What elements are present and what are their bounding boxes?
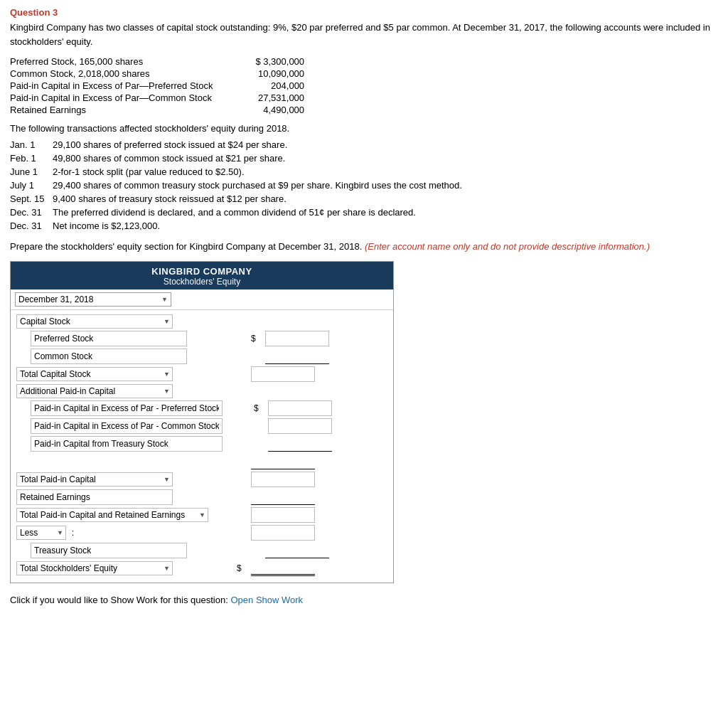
show-work-section: Click if you would like to Show Work for… [10, 595, 718, 605]
transactions-header: The following transactions affected stoc… [10, 123, 718, 134]
account-amount: 4,490,000 [255, 104, 310, 116]
less-amount[interactable] [251, 525, 315, 541]
transaction-date: Jan. 1 [10, 138, 53, 152]
transaction-desc: Net income is $2,123,000. [53, 219, 466, 233]
paid-pref-amount[interactable] [268, 400, 332, 416]
preferred-stock-row: $ [31, 331, 387, 346]
paid-pref-row: $ [31, 400, 387, 416]
less-row[interactable]: Less : [16, 525, 387, 541]
company-name: KINGBIRD COMPANY [14, 266, 390, 277]
total-paid-retained-row[interactable]: Total Paid-in Capital and Retained Earni… [16, 507, 387, 523]
date-select[interactable]: December 31, 2018 [15, 292, 171, 307]
account-amount: 204,000 [255, 80, 310, 92]
common-stock-row [31, 349, 387, 364]
retained-earnings-amount[interactable] [251, 489, 315, 505]
account-name: Paid-in Capital in Excess of Par—Common … [10, 92, 255, 104]
transaction-desc: The preferred dividend is declared, and … [53, 206, 466, 219]
total-equity-row[interactable]: Total Stockholders' Equity $ [16, 560, 387, 576]
accounts-table: Preferred Stock, 165,000 shares$ 3,300,0… [10, 55, 310, 116]
total-capital-stock-amount[interactable] [251, 366, 315, 382]
subtotal-row [16, 454, 387, 469]
total-capital-stock-row[interactable]: Total Capital Stock [16, 366, 387, 382]
additional-paid-in-row[interactable]: Additional Paid-in Capital [16, 384, 387, 398]
treasury-stock-row [31, 543, 387, 558]
less-select[interactable]: Less [16, 526, 66, 540]
account-name: Paid-in Capital in Excess of Par—Preferr… [10, 80, 255, 92]
additional-paid-in-select[interactable]: Additional Paid-in Capital [16, 384, 173, 398]
open-show-work-link[interactable]: Open Show Work [230, 595, 303, 605]
transaction-desc: 49,800 shares of common stock issued at … [53, 152, 466, 165]
transaction-date: July 1 [10, 179, 53, 192]
company-header: KINGBIRD COMPANY Stockholders' Equity [11, 262, 393, 289]
equity-body: Capital Stock $ [11, 310, 393, 583]
common-stock-input[interactable] [31, 349, 187, 364]
paid-common-row [31, 418, 387, 434]
total-paid-retained-select[interactable]: Total Paid-in Capital and Retained Earni… [16, 508, 208, 522]
instruction-text: Prepare the stockholders' equity section… [10, 240, 718, 254]
paid-treasury-input[interactable] [31, 436, 223, 452]
transaction-date: Feb. 1 [10, 152, 53, 165]
account-name: Common Stock, 2,018,000 shares [10, 68, 255, 80]
paid-common-amount[interactable] [268, 418, 332, 434]
date-row[interactable]: December 31, 2018 [11, 289, 393, 310]
transaction-desc: 9,400 shares of treasury stock reissued … [53, 192, 466, 206]
account-amount: 10,090,000 [255, 68, 310, 80]
common-stock-amount[interactable] [265, 349, 329, 364]
transaction-desc: 29,400 shares of common treasury stock p… [53, 179, 466, 192]
capital-stock-row[interactable]: Capital Stock [16, 314, 387, 329]
treasury-stock-amount[interactable] [265, 543, 329, 558]
transaction-desc: 2-for-1 stock split (par value reduced t… [53, 165, 466, 179]
total-paid-in-select[interactable]: Total Paid-in Capital [16, 472, 173, 487]
account-amount: 27,531,000 [255, 92, 310, 104]
transaction-desc: 29,100 shares of preferred stock issued … [53, 138, 466, 152]
paid-treasury-row [31, 436, 387, 452]
treasury-stock-input[interactable] [31, 543, 187, 558]
paid-pref-input[interactable] [31, 400, 223, 416]
total-paid-in-row[interactable]: Total Paid-in Capital [16, 472, 387, 487]
retained-earnings-row [16, 489, 387, 505]
account-name: Retained Earnings [10, 104, 255, 116]
paid-treasury-amount[interactable] [268, 436, 332, 452]
capital-stock-select[interactable]: Capital Stock [16, 314, 173, 329]
transaction-date: Dec. 31 [10, 206, 53, 219]
subtotal-amount[interactable] [251, 454, 315, 469]
total-capital-stock-select[interactable]: Total Capital Stock [16, 367, 173, 381]
total-equity-select[interactable]: Total Stockholders' Equity [16, 561, 173, 575]
total-equity-amount[interactable] [251, 560, 315, 576]
intro-text: Kingbird Company has two classes of capi… [10, 21, 718, 48]
total-paid-retained-amount[interactable] [251, 507, 315, 523]
transactions-table: Jan. 129,100 shares of preferred stock i… [10, 138, 466, 233]
retained-earnings-input[interactable] [16, 489, 173, 505]
paid-common-input[interactable] [31, 418, 223, 434]
account-amount: $ 3,300,000 [255, 55, 310, 68]
preferred-stock-input[interactable] [31, 331, 187, 346]
transaction-date: June 1 [10, 165, 53, 179]
preferred-stock-amount[interactable] [265, 331, 329, 346]
section-title: Stockholders' Equity [14, 277, 390, 287]
question-label: Question 3 [10, 7, 718, 18]
transaction-date: Sept. 15 [10, 192, 53, 206]
company-equity-table: KINGBIRD COMPANY Stockholders' Equity De… [10, 261, 394, 583]
total-paid-in-amount[interactable] [251, 472, 315, 487]
account-name: Preferred Stock, 165,000 shares [10, 55, 255, 68]
show-work-text: Click if you would like to Show Work for… [10, 595, 228, 605]
transaction-date: Dec. 31 [10, 219, 53, 233]
